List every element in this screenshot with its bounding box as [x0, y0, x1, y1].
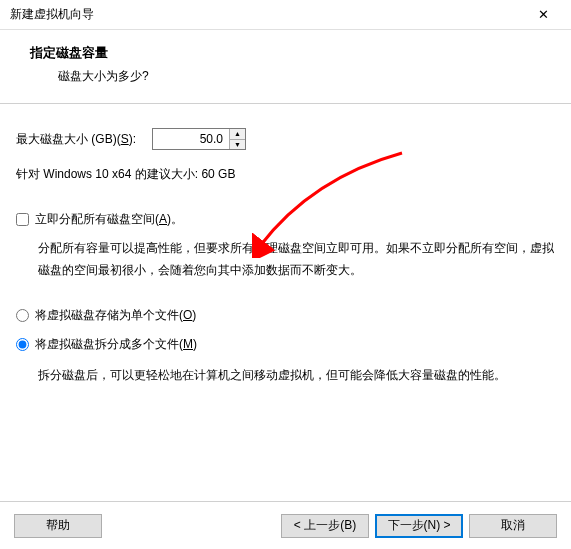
cancel-button[interactable]: 取消: [469, 514, 557, 538]
store-single-label[interactable]: 将虚拟磁盘存储为单个文件(O): [35, 307, 196, 324]
footer: 帮助 < 上一步(B) 下一步(N) > 取消: [0, 501, 571, 549]
disk-size-spinner[interactable]: ▲ ▼: [152, 128, 246, 150]
page-title: 指定磁盘容量: [30, 44, 541, 62]
close-button[interactable]: ✕: [523, 1, 563, 29]
disk-size-row: 最大磁盘大小 (GB)(S): ▲ ▼: [16, 128, 555, 150]
close-icon: ✕: [538, 7, 549, 22]
spinner-buttons: ▲ ▼: [229, 129, 245, 149]
wizard-header: 指定磁盘容量 磁盘大小为多少?: [0, 30, 571, 104]
allocate-now-checkbox[interactable]: [16, 213, 29, 226]
store-split-label[interactable]: 将虚拟磁盘拆分成多个文件(M): [35, 336, 197, 353]
store-split-description: 拆分磁盘后，可以更轻松地在计算机之间移动虚拟机，但可能会降低大容量磁盘的性能。: [38, 365, 555, 387]
allocate-now-row: 立即分配所有磁盘空间(A)。: [16, 211, 555, 228]
recommended-size-text: 针对 Windows 10 x64 的建议大小: 60 GB: [16, 166, 555, 183]
help-button[interactable]: 帮助: [14, 514, 102, 538]
disk-size-input[interactable]: [153, 129, 229, 149]
content-area: 最大磁盘大小 (GB)(S): ▲ ▼ 针对 Windows 10 x64 的建…: [0, 104, 571, 397]
next-button[interactable]: 下一步(N) >: [375, 514, 463, 538]
store-single-row: 将虚拟磁盘存储为单个文件(O): [16, 307, 555, 324]
allocate-now-label[interactable]: 立即分配所有磁盘空间(A)。: [35, 211, 183, 228]
store-split-row: 将虚拟磁盘拆分成多个文件(M): [16, 336, 555, 353]
store-single-radio[interactable]: [16, 309, 29, 322]
page-subtitle: 磁盘大小为多少?: [30, 68, 541, 85]
back-button[interactable]: < 上一步(B): [281, 514, 369, 538]
titlebar: 新建虚拟机向导 ✕: [0, 0, 571, 30]
spin-down-button[interactable]: ▼: [230, 140, 245, 150]
allocate-now-description: 分配所有容量可以提高性能，但要求所有物理磁盘空间立即可用。如果不立即分配所有空间…: [38, 238, 555, 281]
store-split-radio[interactable]: [16, 338, 29, 351]
spin-up-button[interactable]: ▲: [230, 129, 245, 140]
disk-size-label: 最大磁盘大小 (GB)(S):: [16, 131, 136, 148]
window-title: 新建虚拟机向导: [10, 6, 94, 23]
